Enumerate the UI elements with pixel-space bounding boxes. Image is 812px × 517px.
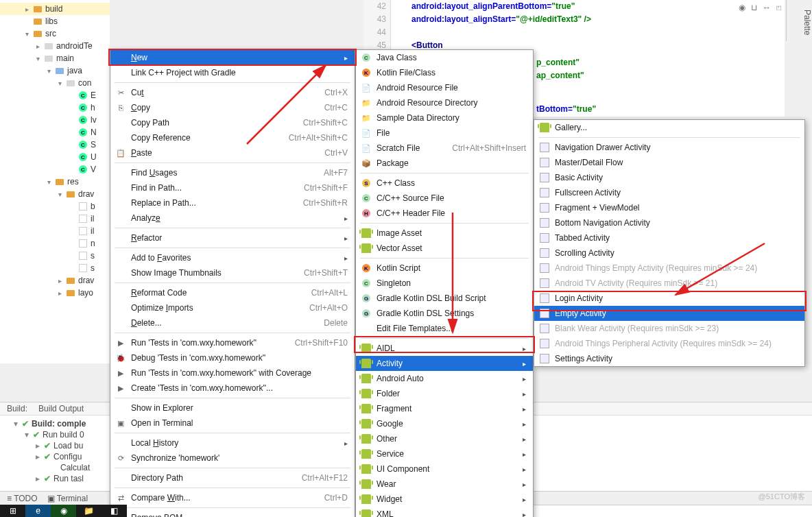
menu-item[interactable]: Google▸ (356, 416, 533, 431)
tree-class-item[interactable]: CS (0, 139, 110, 151)
menu-item[interactable]: Tabbed Activity (534, 230, 804, 245)
todo-tab[interactable]: ≡ TODO (7, 494, 38, 503)
menu-item[interactable]: Activity▸ (356, 356, 533, 371)
tree-xml-item[interactable]: n (0, 237, 110, 250)
app-icon[interactable]: ◧ (102, 505, 127, 517)
menu-item[interactable]: 📦Package (356, 156, 533, 171)
tree-layout[interactable]: ▸layo (0, 287, 110, 299)
tree-xml-item[interactable]: b (0, 200, 110, 213)
menu-item[interactable]: Android TV Activity (Requires minSdk >= … (534, 276, 804, 291)
tree-class-item[interactable]: Clv (0, 114, 110, 126)
terminal-tab[interactable]: ▣ Terminal (47, 494, 88, 503)
menu-item[interactable]: Directory PathCtrl+Alt+F12 (110, 470, 355, 485)
menu-item[interactable]: New▸ (110, 50, 355, 65)
tree-class-item[interactable]: Ch (0, 101, 110, 114)
menu-item[interactable]: Link C++ Project with Gradle (110, 65, 355, 80)
menu-item[interactable]: GGradle Kotlin DSL Build Script (356, 291, 533, 306)
palette-tool[interactable]: Palette (786, 0, 812, 41)
menu-item[interactable]: HC/C++ Header File (356, 206, 533, 221)
tree-main[interactable]: ▾main (0, 52, 110, 64)
context-menu[interactable]: New▸Link C++ Project with Gradle✂CutCtrl… (110, 49, 355, 517)
menu-item[interactable]: 📋PasteCtrl+V (110, 145, 355, 160)
menu-item[interactable]: 📄Android Resource File (356, 80, 533, 95)
menu-item[interactable]: KKotlin Script (356, 261, 533, 276)
menu-item[interactable]: Android Things Peripheral Activity (Requ… (534, 336, 804, 351)
menu-item[interactable]: Vector Asset (356, 241, 533, 256)
menu-item[interactable]: Master/Detail Flow (534, 155, 804, 170)
menu-item[interactable]: Navigation Drawer Activity (534, 140, 804, 155)
menu-item[interactable]: Widget▸ (356, 492, 533, 507)
menu-item[interactable]: Remove BOM (110, 510, 355, 517)
tree-class-item[interactable]: CU (0, 151, 110, 163)
menu-item[interactable]: Edit File Templates... (356, 321, 533, 336)
menu-item[interactable]: Android Auto▸ (356, 371, 533, 386)
tree-class-item[interactable]: CN (0, 126, 110, 139)
menu-item[interactable]: ▶Create 'Tests in 'com.wxy.homework''... (110, 381, 355, 396)
tree-xml-item[interactable]: il (0, 225, 110, 237)
menu-item[interactable]: Copy PathCtrl+Shift+C (110, 115, 355, 130)
edge-icon[interactable]: e (25, 505, 51, 517)
menu-item[interactable]: Delete...Delete (110, 315, 355, 330)
menu-item[interactable]: Image Asset (356, 226, 533, 241)
menu-item[interactable]: Refactor▸ (110, 230, 355, 245)
menu-item[interactable]: ⎘CopyCtrl+C (110, 100, 355, 115)
menu-item[interactable]: Optimize ImportsCtrl+Alt+O (110, 300, 355, 315)
resize-icon[interactable]: ↔ (763, 3, 771, 12)
editor-view-icons[interactable]: ◉ ⊔ ↔ ⏍ (739, 3, 781, 12)
menu-item[interactable]: ▶Run 'Tests in 'com.wxy.homework'' with … (110, 365, 355, 381)
menu-item[interactable]: Android Things Empty Activity (Requires … (534, 261, 804, 276)
menu-item[interactable]: Bottom Navigation Activity (534, 215, 804, 230)
menu-item[interactable]: Analyze▸ (110, 211, 355, 226)
activity-submenu[interactable]: Gallery...Navigation Drawer ActivityMast… (534, 119, 805, 367)
preview-icon[interactable]: ◉ (739, 3, 745, 12)
tree-xml-item[interactable]: s (0, 262, 110, 274)
tree-xml-item[interactable]: il (0, 213, 110, 225)
menu-item[interactable]: SC++ Class (356, 176, 533, 191)
menu-item[interactable]: CJava Class (356, 50, 533, 65)
menu-item[interactable]: ✂CutCtrl+X (110, 85, 355, 100)
menu-item[interactable]: KKotlin File/Class (356, 65, 533, 80)
menu-item[interactable]: ⇄Compare With...Ctrl+D (110, 490, 355, 505)
menu-item[interactable]: Wear▸ (356, 477, 533, 492)
new-submenu[interactable]: CJava ClassKKotlin File/Class📄Android Re… (355, 49, 534, 517)
folder-icon[interactable]: 📁 (76, 505, 102, 517)
menu-item[interactable]: 📄File (356, 125, 533, 141)
menu-item[interactable]: Local History▸ (110, 435, 355, 450)
menu-item[interactable]: Scrolling Activity (534, 245, 804, 261)
menu-item[interactable]: XML▸ (356, 507, 533, 517)
tree-build[interactable]: ▸build (0, 3, 110, 15)
tree-androidtest[interactable]: ▸androidTe (0, 40, 110, 52)
tree-class-item[interactable]: CV (0, 163, 110, 176)
menu-item[interactable]: 🐞Debug 'Tests in 'com.wxy.homework'' (110, 350, 355, 365)
menu-item[interactable]: Empty Activity (534, 306, 804, 321)
menu-item[interactable]: Login Activity (534, 291, 804, 306)
menu-item[interactable]: 📄Scratch FileCtrl+Alt+Shift+Insert (356, 141, 533, 156)
circle-icon[interactable]: ◉ (51, 505, 76, 517)
tree-drawable[interactable]: ▾drav (0, 188, 110, 200)
tree-con[interactable]: ▾con (0, 77, 110, 89)
menu-item[interactable]: Blank Wear Activity (Requires minSdk >= … (534, 321, 804, 336)
menu-item[interactable]: ▶Run 'Tests in 'com.wxy.homework''Ctrl+S… (110, 335, 355, 350)
tree-class-item[interactable]: CE (0, 89, 110, 101)
menu-item[interactable]: Replace in Path...Ctrl+Shift+R (110, 195, 355, 211)
expand-icon[interactable]: ⏍ (776, 3, 781, 12)
menu-item[interactable]: Folder▸ (356, 386, 533, 401)
menu-item[interactable]: Fragment▸ (356, 401, 533, 416)
menu-item[interactable]: 📁Android Resource Directory (356, 95, 533, 110)
tree-java[interactable]: ▾java (0, 64, 110, 77)
tree-xml-item[interactable]: s (0, 250, 110, 262)
menu-item[interactable]: Copy ReferenceCtrl+Alt+Shift+C (110, 130, 355, 145)
tree-res[interactable]: ▾res (0, 176, 110, 188)
menu-item[interactable]: Show Image ThumbnailsCtrl+Shift+T (110, 265, 355, 280)
menu-item[interactable]: Fullscreen Activity (534, 185, 804, 200)
menu-item[interactable]: GGradle Kotlin DSL Settings (356, 306, 533, 321)
menu-item[interactable]: Settings Activity (534, 351, 804, 366)
menu-item[interactable]: Service▸ (356, 446, 533, 461)
menu-item[interactable]: Other▸ (356, 431, 533, 446)
menu-item[interactable]: Basic Activity (534, 170, 804, 185)
menu-item[interactable]: Find UsagesAlt+F7 (110, 165, 355, 180)
menu-item[interactable]: Show in Explorer (110, 400, 355, 416)
tree-drawable2[interactable]: ▸drav (0, 274, 110, 287)
tree-libs[interactable]: libs (0, 15, 110, 27)
menu-item[interactable]: AIDL▸ (356, 341, 533, 356)
